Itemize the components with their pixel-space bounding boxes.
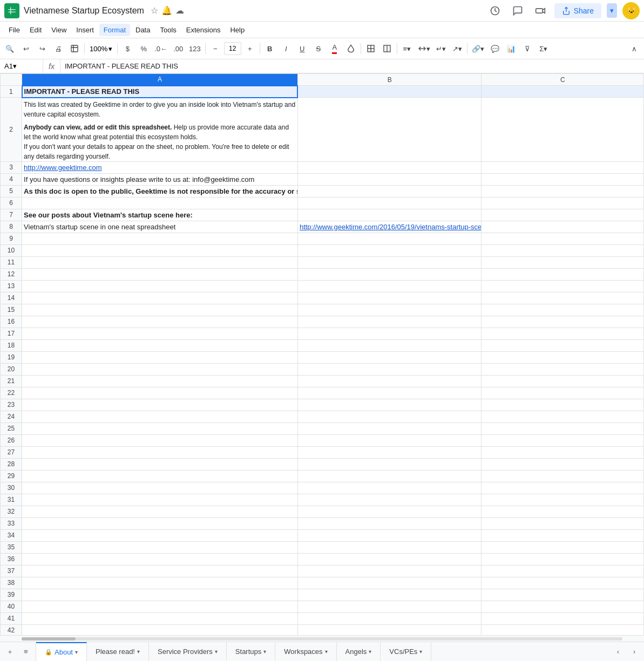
cell-27-A[interactable]: [22, 446, 298, 458]
row-header-12[interactable]: 12: [1, 268, 22, 280]
sheet-grid[interactable]: A B C 1IMPORTANT - PLEASE READ THIS2This…: [0, 73, 644, 635]
sheet-tab-please-read-[interactable]: Please read!▾: [87, 642, 149, 661]
cell-20-A[interactable]: [22, 363, 298, 375]
cell-30-A[interactable]: [22, 482, 298, 494]
cell-4-C[interactable]: [482, 173, 644, 185]
cell-36-A[interactable]: [22, 553, 298, 565]
cell-41-A[interactable]: [22, 612, 298, 624]
row-header-40[interactable]: 40: [1, 601, 22, 612]
cell-7-A[interactable]: See our posts about Vietnam's startup sc…: [22, 209, 298, 221]
cell-7-C[interactable]: [482, 209, 644, 221]
row-header-3[interactable]: 3: [1, 161, 22, 173]
search-button[interactable]: 🔍: [2, 41, 17, 56]
row-header-25[interactable]: 25: [1, 423, 22, 434]
col-header-b[interactable]: B: [297, 74, 482, 86]
cell-6-C[interactable]: [482, 197, 644, 209]
cell-32-B[interactable]: [297, 506, 482, 517]
menu-tools[interactable]: Tools: [155, 24, 180, 36]
cell-7-B[interactable]: [297, 209, 482, 221]
underline-button[interactable]: U: [295, 41, 310, 56]
cell-5-B[interactable]: [297, 185, 482, 197]
cell-14-C[interactable]: [482, 292, 644, 304]
row-header-39[interactable]: 39: [1, 589, 22, 601]
row-header-42[interactable]: 42: [1, 624, 22, 635]
valign-button[interactable]: ▾: [416, 41, 432, 56]
sheet-tab-workspaces[interactable]: Workspaces▾: [275, 642, 336, 661]
percent-button[interactable]: %: [136, 41, 151, 56]
avatar[interactable]: 🐱: [622, 2, 640, 19]
cell-17-C[interactable]: [482, 328, 644, 339]
menu-extensions[interactable]: Extensions: [182, 24, 225, 36]
cell-23-A[interactable]: [22, 399, 298, 411]
menu-data[interactable]: Data: [131, 24, 154, 36]
row-header-6[interactable]: 6: [1, 197, 22, 209]
cloud-icon[interactable]: ☁: [175, 5, 184, 16]
cell-38-B[interactable]: [297, 577, 482, 589]
cell-4-B[interactable]: [297, 173, 482, 185]
cell-1-A[interactable]: IMPORTANT - PLEASE READ THIS: [22, 86, 298, 98]
cell-24-A[interactable]: [22, 411, 298, 423]
cell-6-A[interactable]: [22, 197, 298, 209]
row-header-21[interactable]: 21: [1, 375, 22, 387]
cell-34-C[interactable]: [482, 529, 644, 541]
cell-21-B[interactable]: [297, 375, 482, 387]
row-header-1[interactable]: 1: [1, 86, 22, 98]
zoom-control[interactable]: 100% ▾: [87, 43, 115, 54]
row-header-33[interactable]: 33: [1, 517, 22, 529]
cell-40-A[interactable]: [22, 601, 298, 612]
collapse-toolbar-button[interactable]: ∧: [627, 41, 642, 56]
row-header-8[interactable]: 8: [1, 221, 22, 233]
row-header-11[interactable]: 11: [1, 256, 22, 268]
cell-22-B[interactable]: [297, 387, 482, 399]
cell-34-B[interactable]: [297, 529, 482, 541]
cell-17-B[interactable]: [297, 328, 482, 339]
row-header-38[interactable]: 38: [1, 577, 22, 589]
row-header-29[interactable]: 29: [1, 470, 22, 482]
cell-34-A[interactable]: [22, 529, 298, 541]
cell-13-B[interactable]: [297, 280, 482, 292]
cell-20-C[interactable]: [482, 363, 644, 375]
cell-30-C[interactable]: [482, 482, 644, 494]
cell-13-C[interactable]: [482, 280, 644, 292]
sheet-tab-about[interactable]: 🔒About▾: [36, 642, 87, 661]
row-header-20[interactable]: 20: [1, 363, 22, 375]
cell-3-A[interactable]: http://www.geektime.com: [22, 161, 298, 173]
cell-33-A[interactable]: [22, 517, 298, 529]
row-header-16[interactable]: 16: [1, 316, 22, 328]
meet-button[interactable]: [532, 2, 549, 19]
cell-33-C[interactable]: [482, 517, 644, 529]
cell-1-B[interactable]: [297, 86, 482, 98]
cell-37-C[interactable]: [482, 565, 644, 577]
star-icon[interactable]: ☆: [151, 5, 158, 16]
comments-button[interactable]: [509, 2, 526, 19]
row-header-18[interactable]: 18: [1, 339, 22, 351]
strikethrough-button[interactable]: S: [311, 41, 326, 56]
cell-11-C[interactable]: [482, 256, 644, 268]
cell-32-A[interactable]: [22, 506, 298, 517]
align-button[interactable]: ≡▾: [399, 41, 415, 56]
menu-view[interactable]: View: [47, 24, 71, 36]
cell-39-A[interactable]: [22, 589, 298, 601]
cell-26-B[interactable]: [297, 434, 482, 446]
cell-25-A[interactable]: [22, 423, 298, 434]
cell-35-B[interactable]: [297, 541, 482, 553]
row-header-30[interactable]: 30: [1, 482, 22, 494]
text-color-button[interactable]: A: [327, 41, 342, 56]
cell-5-A[interactable]: As this doc is open to the public, Geekt…: [22, 185, 298, 197]
filter-button[interactable]: ⊽: [520, 41, 535, 56]
cell-8-A[interactable]: Vietnam's startup scene in one neat spre…: [22, 221, 298, 233]
row-header-24[interactable]: 24: [1, 411, 22, 423]
cell-19-C[interactable]: [482, 351, 644, 363]
redo-button[interactable]: ↪: [35, 41, 50, 56]
bold-button[interactable]: B: [262, 41, 277, 56]
cell-32-C[interactable]: [482, 506, 644, 517]
cell-12-B[interactable]: [297, 268, 482, 280]
functions-button[interactable]: Σ▾: [536, 41, 551, 56]
cell-29-C[interactable]: [482, 470, 644, 482]
cell-9-A[interactable]: [22, 233, 298, 244]
row-header-22[interactable]: 22: [1, 387, 22, 399]
row-header-7[interactable]: 7: [1, 209, 22, 221]
row-header-27[interactable]: 27: [1, 446, 22, 458]
cell-36-C[interactable]: [482, 553, 644, 565]
cell-2-A[interactable]: This list was created by Geektime in ord…: [22, 98, 298, 162]
